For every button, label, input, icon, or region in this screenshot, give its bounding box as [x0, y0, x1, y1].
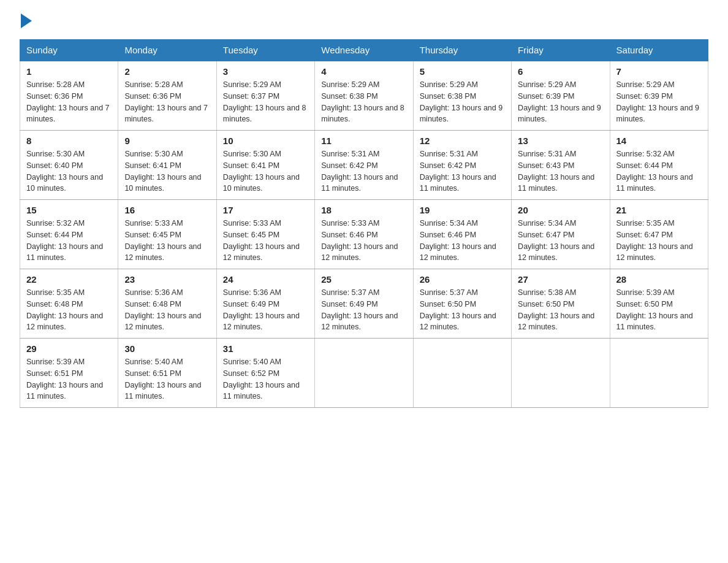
logo [20, 15, 32, 29]
day-number: 31 [223, 343, 308, 354]
calendar-cell: 8 Sunrise: 5:30 AMSunset: 6:40 PMDayligh… [20, 131, 118, 200]
weekday-header-tuesday: Tuesday [216, 40, 314, 61]
calendar-week-row: 29 Sunrise: 5:39 AMSunset: 6:51 PMDaylig… [20, 339, 708, 408]
day-info: Sunrise: 5:36 AMSunset: 6:49 PMDaylight:… [223, 288, 300, 331]
day-info: Sunrise: 5:30 AMSunset: 6:41 PMDaylight:… [223, 150, 300, 193]
day-number: 27 [518, 274, 603, 285]
day-info: Sunrise: 5:35 AMSunset: 6:47 PMDaylight:… [616, 219, 693, 262]
calendar-cell: 26 Sunrise: 5:37 AMSunset: 6:50 PMDaylig… [413, 269, 511, 339]
calendar-table: SundayMondayTuesdayWednesdayThursdayFrid… [20, 39, 708, 408]
calendar-cell [315, 339, 413, 408]
calendar-cell: 2 Sunrise: 5:28 AMSunset: 6:36 PMDayligh… [118, 61, 216, 131]
day-number: 20 [518, 205, 603, 215]
day-number: 23 [124, 274, 210, 285]
day-number: 8 [26, 136, 112, 146]
day-info: Sunrise: 5:30 AMSunset: 6:41 PMDaylight:… [124, 150, 201, 193]
day-number: 15 [26, 205, 112, 215]
calendar-cell: 21 Sunrise: 5:35 AMSunset: 6:47 PMDaylig… [610, 200, 708, 269]
calendar-cell: 12 Sunrise: 5:31 AMSunset: 6:42 PMDaylig… [413, 131, 511, 200]
calendar-cell: 25 Sunrise: 5:37 AMSunset: 6:49 PMDaylig… [315, 269, 413, 339]
day-number: 22 [26, 274, 112, 285]
calendar-week-row: 8 Sunrise: 5:30 AMSunset: 6:40 PMDayligh… [20, 131, 708, 200]
calendar-week-row: 15 Sunrise: 5:32 AMSunset: 6:44 PMDaylig… [20, 200, 708, 269]
day-info: Sunrise: 5:29 AMSunset: 6:39 PMDaylight:… [616, 80, 700, 123]
day-number: 28 [616, 274, 702, 285]
calendar-cell: 28 Sunrise: 5:39 AMSunset: 6:50 PMDaylig… [610, 269, 708, 339]
calendar-cell: 27 Sunrise: 5:38 AMSunset: 6:50 PMDaylig… [512, 269, 610, 339]
day-number: 11 [321, 136, 406, 146]
day-info: Sunrise: 5:40 AMSunset: 6:51 PMDaylight:… [124, 358, 201, 400]
day-info: Sunrise: 5:34 AMSunset: 6:47 PMDaylight:… [518, 219, 594, 262]
day-info: Sunrise: 5:30 AMSunset: 6:40 PMDaylight:… [26, 150, 103, 193]
day-info: Sunrise: 5:28 AMSunset: 6:36 PMDaylight:… [26, 80, 110, 123]
weekday-header-monday: Monday [118, 40, 216, 61]
calendar-cell: 6 Sunrise: 5:29 AMSunset: 6:39 PMDayligh… [512, 61, 610, 131]
day-info: Sunrise: 5:34 AMSunset: 6:46 PMDaylight:… [420, 219, 496, 262]
day-info: Sunrise: 5:29 AMSunset: 6:38 PMDaylight:… [420, 80, 503, 123]
day-number: 2 [124, 66, 210, 77]
day-number: 17 [223, 205, 308, 215]
day-number: 9 [124, 136, 210, 146]
calendar-cell: 9 Sunrise: 5:30 AMSunset: 6:41 PMDayligh… [118, 131, 216, 200]
day-number: 25 [321, 274, 406, 285]
calendar-cell: 1 Sunrise: 5:28 AMSunset: 6:36 PMDayligh… [20, 61, 118, 131]
calendar-cell: 18 Sunrise: 5:33 AMSunset: 6:46 PMDaylig… [315, 200, 413, 269]
calendar-cell [610, 339, 708, 408]
calendar-cell: 3 Sunrise: 5:29 AMSunset: 6:37 PMDayligh… [216, 61, 314, 131]
calendar-cell: 16 Sunrise: 5:33 AMSunset: 6:45 PMDaylig… [118, 200, 216, 269]
calendar-cell [512, 339, 610, 408]
page-header [20, 15, 708, 29]
day-info: Sunrise: 5:32 AMSunset: 6:44 PMDaylight:… [26, 219, 103, 262]
day-number: 30 [124, 343, 210, 354]
day-info: Sunrise: 5:33 AMSunset: 6:45 PMDaylight:… [124, 219, 201, 262]
day-number: 24 [223, 274, 308, 285]
calendar-cell [413, 339, 511, 408]
calendar-cell: 24 Sunrise: 5:36 AMSunset: 6:49 PMDaylig… [216, 269, 314, 339]
calendar-cell: 7 Sunrise: 5:29 AMSunset: 6:39 PMDayligh… [610, 61, 708, 131]
day-info: Sunrise: 5:31 AMSunset: 6:43 PMDaylight:… [518, 150, 594, 193]
day-number: 19 [420, 205, 505, 215]
calendar-cell: 11 Sunrise: 5:31 AMSunset: 6:42 PMDaylig… [315, 131, 413, 200]
day-number: 13 [518, 136, 603, 146]
calendar-cell: 23 Sunrise: 5:36 AMSunset: 6:48 PMDaylig… [118, 269, 216, 339]
calendar-cell: 31 Sunrise: 5:40 AMSunset: 6:52 PMDaylig… [216, 339, 314, 408]
day-info: Sunrise: 5:35 AMSunset: 6:48 PMDaylight:… [26, 288, 103, 331]
weekday-header-thursday: Thursday [413, 40, 511, 61]
day-info: Sunrise: 5:31 AMSunset: 6:42 PMDaylight:… [321, 150, 398, 193]
day-number: 12 [420, 136, 505, 146]
day-number: 1 [26, 66, 112, 77]
day-number: 18 [321, 205, 406, 215]
calendar-cell: 17 Sunrise: 5:33 AMSunset: 6:45 PMDaylig… [216, 200, 314, 269]
day-number: 5 [420, 66, 505, 77]
day-number: 4 [321, 66, 406, 77]
weekday-header-wednesday: Wednesday [315, 40, 413, 61]
day-info: Sunrise: 5:37 AMSunset: 6:50 PMDaylight:… [420, 288, 496, 331]
calendar-cell: 30 Sunrise: 5:40 AMSunset: 6:51 PMDaylig… [118, 339, 216, 408]
calendar-cell: 5 Sunrise: 5:29 AMSunset: 6:38 PMDayligh… [413, 61, 511, 131]
day-info: Sunrise: 5:40 AMSunset: 6:52 PMDaylight:… [223, 358, 300, 400]
day-info: Sunrise: 5:38 AMSunset: 6:50 PMDaylight:… [518, 288, 594, 331]
day-number: 6 [518, 66, 603, 77]
day-info: Sunrise: 5:39 AMSunset: 6:50 PMDaylight:… [616, 288, 693, 331]
weekday-header-sunday: Sunday [20, 40, 118, 61]
day-number: 7 [616, 66, 702, 77]
day-info: Sunrise: 5:36 AMSunset: 6:48 PMDaylight:… [124, 288, 201, 331]
weekday-header-saturday: Saturday [610, 40, 708, 61]
calendar-cell: 4 Sunrise: 5:29 AMSunset: 6:38 PMDayligh… [315, 61, 413, 131]
calendar-week-row: 1 Sunrise: 5:28 AMSunset: 6:36 PMDayligh… [20, 61, 708, 131]
calendar-cell: 29 Sunrise: 5:39 AMSunset: 6:51 PMDaylig… [20, 339, 118, 408]
day-info: Sunrise: 5:28 AMSunset: 6:36 PMDaylight:… [124, 80, 208, 123]
day-info: Sunrise: 5:29 AMSunset: 6:37 PMDaylight:… [223, 80, 306, 123]
calendar-cell: 15 Sunrise: 5:32 AMSunset: 6:44 PMDaylig… [20, 200, 118, 269]
calendar-cell: 20 Sunrise: 5:34 AMSunset: 6:47 PMDaylig… [512, 200, 610, 269]
calendar-header-row: SundayMondayTuesdayWednesdayThursdayFrid… [20, 40, 708, 61]
day-number: 14 [616, 136, 702, 146]
day-number: 10 [223, 136, 308, 146]
calendar-cell: 19 Sunrise: 5:34 AMSunset: 6:46 PMDaylig… [413, 200, 511, 269]
calendar-cell: 22 Sunrise: 5:35 AMSunset: 6:48 PMDaylig… [20, 269, 118, 339]
day-number: 3 [223, 66, 308, 77]
day-info: Sunrise: 5:29 AMSunset: 6:38 PMDaylight:… [321, 80, 404, 123]
calendar-cell: 14 Sunrise: 5:32 AMSunset: 6:44 PMDaylig… [610, 131, 708, 200]
day-number: 26 [420, 274, 505, 285]
calendar-cell: 13 Sunrise: 5:31 AMSunset: 6:43 PMDaylig… [512, 131, 610, 200]
